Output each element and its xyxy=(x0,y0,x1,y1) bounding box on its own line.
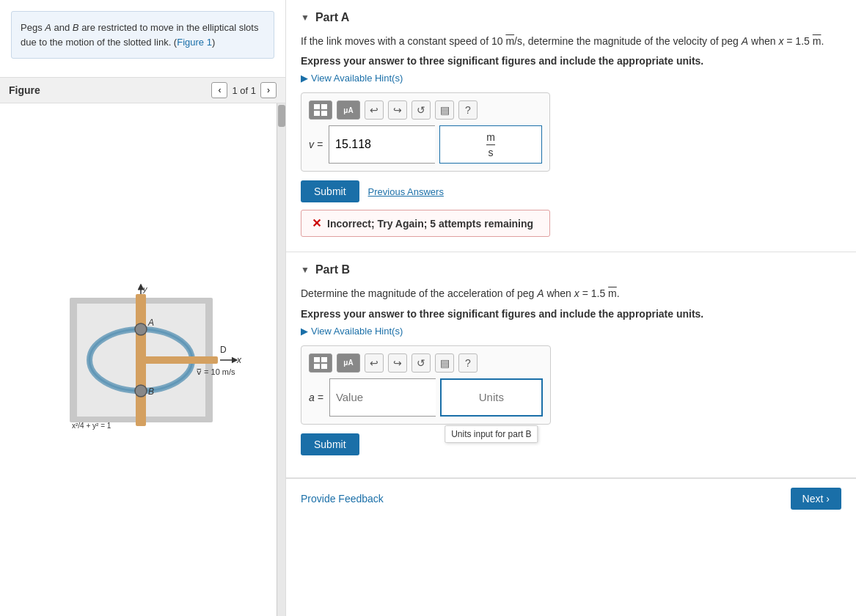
part-a-help-button[interactable]: ? xyxy=(458,100,478,120)
part-a-units-box: m s xyxy=(439,125,542,164)
svg-rect-20 xyxy=(321,111,327,116)
hint-arrow-icon: ▶ xyxy=(301,73,308,84)
part-a-reset-button[interactable]: ↺ xyxy=(411,100,431,120)
figure-nav: ‹ 1 of 1 › xyxy=(211,82,277,98)
part-b-units-wrapper: Units input for part B xyxy=(440,378,543,417)
left-panel: Pegs A and B are restricted to move in t… xyxy=(0,0,286,616)
figure-canvas: A B D x xyxy=(0,103,285,616)
svg-rect-17 xyxy=(314,104,320,109)
svg-text:B: B xyxy=(148,386,154,397)
part-a-keyboard-button[interactable]: ▤ xyxy=(435,100,454,120)
part-a-submit-button[interactable]: Submit xyxy=(301,180,359,202)
figure-section: Figure ‹ 1 of 1 › xyxy=(0,77,285,616)
figure-scrollbar[interactable] xyxy=(277,103,285,616)
figure-link[interactable]: Figure 1 xyxy=(177,37,212,48)
svg-text:x²/4 + y² = 1: x²/4 + y² = 1 xyxy=(72,422,111,430)
part-b-grid-button[interactable] xyxy=(309,353,332,373)
part-a-error-box: ✕ Incorrect; Try Again; 5 attempts remai… xyxy=(301,210,550,237)
svg-point-5 xyxy=(135,323,147,335)
part-a-title: Part A xyxy=(315,11,350,24)
next-button[interactable]: Next › xyxy=(791,488,841,510)
part-b-var-label: a = xyxy=(309,392,323,403)
part-a-answer-box: μA ↩ ↪ ↺ ▤ ? v = m s xyxy=(301,92,550,172)
svg-text:x: x xyxy=(236,355,242,365)
part-a-value-input[interactable] xyxy=(329,125,435,164)
part-b-toolbar: μA ↩ ↪ ↺ ▤ ? xyxy=(309,353,543,373)
part-a-collapse-arrow[interactable]: ▼ xyxy=(301,12,310,23)
svg-rect-18 xyxy=(321,104,327,109)
right-panel: ▼ Part A If the link moves with a consta… xyxy=(286,0,856,616)
part-a-units-denominator: s xyxy=(486,145,495,158)
svg-rect-22 xyxy=(321,357,327,362)
part-a-instruction: Express your answer to three significant… xyxy=(301,55,841,67)
part-a-prev-answers-link[interactable]: Previous Answers xyxy=(368,186,444,197)
part-b-hint-arrow-icon: ▶ xyxy=(301,326,308,337)
svg-rect-9 xyxy=(141,356,218,364)
part-b-section: ▼ Part B Determine the magnitude of the … xyxy=(286,252,856,477)
problem-text: Pegs A and B are restricted to move in t… xyxy=(21,22,258,48)
svg-rect-19 xyxy=(314,111,320,116)
svg-point-7 xyxy=(135,385,147,397)
part-a-hint-link[interactable]: ▶ View Available Hint(s) xyxy=(301,73,841,84)
figure-header: Figure ‹ 1 of 1 › xyxy=(0,78,285,103)
part-a-grid-button[interactable] xyxy=(309,100,332,120)
part-b-units-tooltip: Units input for part B xyxy=(445,425,538,443)
part-b-submit-button[interactable]: Submit xyxy=(301,433,359,455)
part-a-error-text: Incorrect; Try Again; 5 attempts remaini… xyxy=(327,218,533,230)
part-a-problem-text: If the link moves with a constant speed … xyxy=(301,33,841,49)
part-a-mu-button[interactable]: μA xyxy=(337,100,360,120)
part-b-value-input[interactable] xyxy=(329,378,436,417)
figure-scrollbar-thumb xyxy=(278,105,285,127)
svg-text:D: D xyxy=(220,345,227,355)
part-b-undo-button[interactable]: ↩ xyxy=(365,353,384,373)
figure-diagram: A B D x xyxy=(29,283,257,437)
part-b-hint-link[interactable]: ▶ View Available Hint(s) xyxy=(301,326,841,337)
part-b-units-input[interactable] xyxy=(440,378,543,417)
svg-text:y: y xyxy=(142,285,148,293)
part-a-units-fraction: m s xyxy=(486,131,495,158)
part-a-input-row: v = m s xyxy=(309,125,542,164)
part-a-section: ▼ Part A If the link moves with a consta… xyxy=(286,0,856,252)
part-b-help-button[interactable]: ? xyxy=(458,353,478,373)
part-b-title: Part B xyxy=(315,263,350,276)
next-arrow-icon: › xyxy=(826,493,830,505)
svg-rect-23 xyxy=(314,364,320,369)
svg-rect-24 xyxy=(321,364,327,369)
figure-title: Figure xyxy=(9,84,40,96)
provide-feedback-link[interactable]: Provide Feedback xyxy=(301,493,384,505)
part-b-redo-button[interactable]: ↪ xyxy=(388,353,407,373)
part-a-units-numerator: m xyxy=(486,131,495,145)
figure-prev-button[interactable]: ‹ xyxy=(211,82,227,98)
part-b-collapse-arrow[interactable]: ▼ xyxy=(301,265,310,275)
part-b-keyboard-button[interactable]: ▤ xyxy=(435,353,454,373)
part-a-toolbar: μA ↩ ↪ ↺ ▤ ? xyxy=(309,100,542,120)
part-b-submit-row: Submit xyxy=(301,433,841,455)
part-a-var-label: v = xyxy=(309,139,323,150)
part-b-header: ▼ Part B xyxy=(301,263,841,276)
part-a-submit-row: Submit Previous Answers xyxy=(301,180,841,202)
bottom-bar: Provide Feedback Next › xyxy=(286,478,856,518)
svg-text:v̅ = 10 m/s: v̅ = 10 m/s xyxy=(197,367,235,376)
part-b-input-row: a = Units input for part B xyxy=(309,378,543,417)
problem-statement: Pegs A and B are restricted to move in t… xyxy=(11,11,274,59)
figure-count: 1 of 1 xyxy=(232,85,256,96)
error-icon: ✕ xyxy=(312,216,321,230)
part-b-problem-text: Determine the magnitude of the accelerat… xyxy=(301,285,841,301)
part-a-header: ▼ Part A xyxy=(301,11,841,24)
part-b-answer-box: μA ↩ ↪ ↺ ▤ ? a = Units input for part B xyxy=(301,345,551,425)
part-a-undo-button[interactable]: ↩ xyxy=(365,100,384,120)
svg-text:A: A xyxy=(147,318,154,328)
part-b-reset-button[interactable]: ↺ xyxy=(411,353,431,373)
part-b-mu-button[interactable]: μA xyxy=(337,353,360,373)
svg-rect-21 xyxy=(314,357,320,362)
figure-next-button[interactable]: › xyxy=(260,82,277,98)
part-b-instruction: Express your answer to three significant… xyxy=(301,308,841,320)
part-a-redo-button[interactable]: ↪ xyxy=(388,100,407,120)
